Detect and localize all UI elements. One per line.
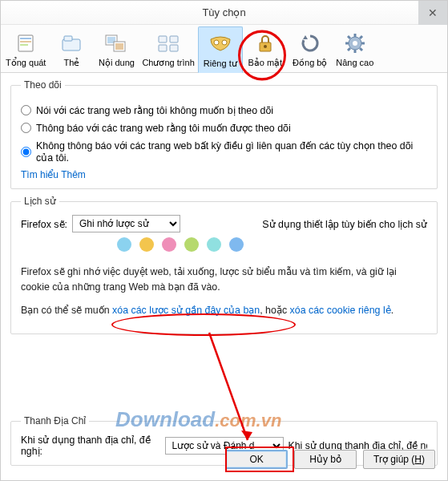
svg-marker-18: [303, 35, 308, 39]
radio-none[interactable]: [21, 147, 31, 157]
radio-label: Nói với các trang web rằng tôi không muố…: [36, 104, 273, 116]
svg-point-14: [214, 40, 219, 45]
tab-label: Chương trình: [142, 58, 194, 68]
tab-label: Nâng cao: [336, 58, 373, 67]
gear-icon: [343, 31, 367, 55]
radio-dnt[interactable]: [21, 105, 31, 115]
svg-rect-9: [115, 43, 123, 50]
titlebar: Tùy chọn ✕: [1, 1, 447, 25]
tabs-icon: [59, 31, 83, 55]
learn-more-link[interactable]: Tìm hiểu Thêm: [21, 169, 86, 180]
history-legend: Lịch sử: [21, 196, 59, 207]
tab-label: Riêng tư: [204, 59, 237, 69]
svg-point-15: [222, 40, 227, 45]
svg-rect-3: [20, 44, 28, 46]
radio-allow[interactable]: [21, 123, 31, 133]
tab-label: Đồng bộ: [293, 58, 327, 68]
tab-tabs[interactable]: Thẻ: [49, 26, 94, 72]
svg-point-20: [353, 41, 357, 46]
svg-line-28: [348, 48, 350, 51]
svg-rect-12: [159, 45, 167, 51]
svg-rect-1: [20, 38, 31, 39]
history-prefix: Firefox sẽ:: [21, 218, 67, 230]
clear-recent-history-link[interactable]: xóa các lược sử gần đây của bạn: [112, 305, 260, 316]
content-icon: [104, 31, 128, 55]
tab-advanced[interactable]: Nâng cao: [333, 26, 377, 72]
tab-content[interactable]: Nội dung: [94, 26, 139, 72]
applications-icon: [156, 31, 180, 55]
radio-label: Không thông báo với các trang web bất kỳ…: [36, 139, 427, 164]
tracking-legend: Theo dõi: [21, 79, 65, 91]
tracking-opt-dnt[interactable]: Nói với các trang web rằng tôi không muố…: [21, 104, 427, 116]
dialog-buttons: OK Hủy bỏ Trợ giúp (H): [225, 450, 435, 469]
svg-rect-13: [170, 45, 178, 51]
ok-button[interactable]: OK: [225, 450, 288, 469]
svg-rect-5: [64, 36, 72, 41]
history-tail-hint: Sử dụng thiết lập tùy biến cho lịch sử: [262, 218, 427, 230]
svg-line-27: [360, 36, 362, 38]
tracking-group: Theo dõi Nói với các trang web rằng tôi …: [10, 79, 438, 189]
general-icon: [14, 31, 38, 55]
history-group: Lịch sử Firefox sẽ: Ghi nhớ lược sử Sử d…: [10, 196, 438, 334]
close-button[interactable]: ✕: [418, 1, 447, 25]
history-description: Firefox sẽ ghi nhớ việc duyệt web, tải x…: [21, 265, 427, 295]
privacy-mask-icon: [208, 32, 232, 56]
svg-line-25: [348, 36, 350, 38]
svg-line-26: [360, 48, 362, 51]
tab-privacy[interactable]: Riêng tư: [198, 26, 243, 73]
sync-icon: [298, 31, 322, 55]
history-clear-hint: Bạn có thể sẽ muốn xóa các lược sử gần đ…: [21, 303, 427, 318]
svg-rect-10: [159, 36, 167, 42]
tab-security[interactable]: Bảo mật: [243, 26, 288, 72]
svg-point-17: [264, 45, 267, 48]
svg-rect-2: [20, 41, 31, 42]
lock-icon: [253, 31, 277, 55]
window-title: Tùy chọn: [202, 6, 245, 18]
help-button[interactable]: Trợ giúp (H): [363, 450, 435, 469]
clear-cookies-link[interactable]: xóa các cookie riêng lẻ: [290, 305, 391, 316]
tab-applications[interactable]: Chương trình: [139, 26, 197, 72]
tab-label: Bảo mật: [248, 58, 282, 68]
tracking-opt-allow[interactable]: Thông báo với các trang web rằng tôi muố…: [21, 122, 427, 134]
options-tabs: Tổng quát Thẻ Nội dung Chương trình Riên…: [1, 25, 447, 73]
addressbar-legend: Thanh Địa Chỉ: [21, 415, 89, 426]
tab-sync[interactable]: Đồng bộ: [288, 26, 333, 72]
tab-general[interactable]: Tổng quát: [2, 26, 49, 72]
tab-label: Nội dung: [99, 58, 135, 68]
watermark-dots: [117, 237, 427, 252]
tab-label: Thẻ: [64, 58, 80, 68]
svg-rect-11: [170, 36, 178, 42]
history-mode-select[interactable]: Ghi nhớ lược sử: [72, 215, 180, 232]
tab-label: Tổng quát: [6, 58, 46, 68]
addressbar-label: Khi sử dụng thanh địa chỉ, đề nghị:: [21, 435, 160, 457]
tracking-opt-none[interactable]: Không thông báo với các trang web bất kỳ…: [21, 139, 427, 164]
radio-label: Thông báo với các trang web rằng tôi muố…: [36, 122, 291, 134]
cancel-button[interactable]: Hủy bỏ: [294, 450, 357, 469]
